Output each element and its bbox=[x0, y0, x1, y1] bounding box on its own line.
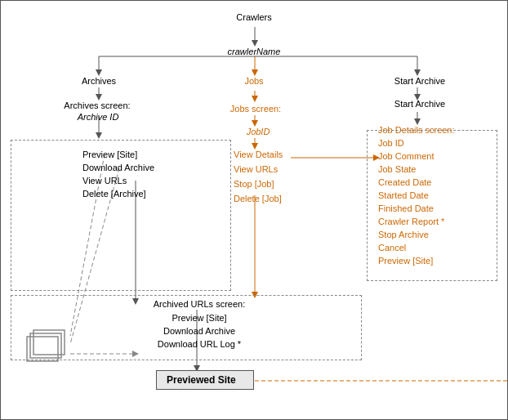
crawlername-label: crawlerName bbox=[209, 47, 299, 56]
archive-action-1: Download Archive bbox=[82, 163, 197, 172]
svg-marker-4 bbox=[96, 69, 102, 76]
jobs-screen-label: Jobs screen: bbox=[219, 104, 292, 114]
crawlers-label: Crawlers bbox=[221, 12, 287, 22]
job-action-3: Delete [Job] bbox=[234, 194, 340, 203]
jobid-label: JobID bbox=[234, 127, 283, 136]
svg-marker-17 bbox=[96, 132, 102, 139]
archives-label: Archives bbox=[66, 76, 131, 86]
svg-marker-1 bbox=[252, 40, 258, 47]
archives-screen-label: Archives screen: bbox=[56, 101, 138, 110]
jobs-label: Jobs bbox=[238, 76, 270, 86]
diagram-container: Crawlers crawlerName Archives Jobs Start… bbox=[0, 0, 508, 420]
archive-action-2: View URLs bbox=[82, 176, 197, 185]
start-archive-label: Start Archive bbox=[383, 76, 457, 86]
svg-marker-21 bbox=[252, 120, 258, 127]
svg-marker-6 bbox=[252, 69, 258, 76]
job-details-dashed-box bbox=[367, 130, 497, 281]
archive-action-0: Preview [Site] bbox=[82, 150, 197, 159]
archived-urls-dashed-box bbox=[11, 295, 362, 360]
previewed-site-box: Previewed Site bbox=[156, 370, 254, 390]
archive-action-3: Delete [Archive] bbox=[82, 189, 197, 199]
svg-marker-19 bbox=[252, 96, 258, 102]
svg-marker-23 bbox=[252, 143, 258, 150]
job-action-1: View URLs bbox=[234, 164, 340, 174]
svg-marker-15 bbox=[96, 94, 102, 101]
job-action-2: Stop [Job] bbox=[234, 179, 340, 189]
svg-marker-13 bbox=[414, 118, 421, 125]
archive-id-label: Archive ID bbox=[61, 112, 135, 122]
job-action-0: View Details bbox=[234, 150, 340, 159]
start-archive2-label: Start Archive bbox=[383, 99, 457, 109]
svg-marker-9 bbox=[414, 69, 421, 76]
